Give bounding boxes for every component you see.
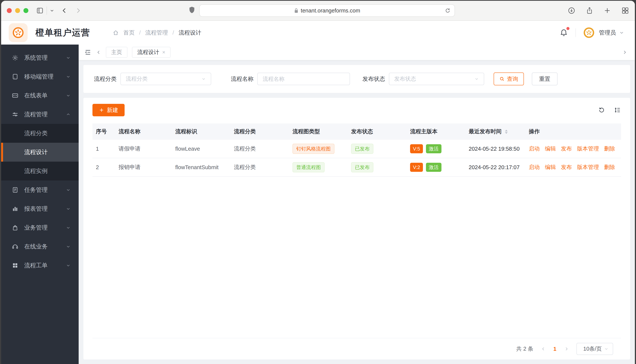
delete-action-link[interactable]: 删除 [604, 145, 615, 152]
category-select[interactable]: 流程分类 [120, 73, 211, 85]
sidebar-item-online-form[interactable]: 在线表单 [1, 86, 79, 105]
url-bar[interactable]: tenant.orangeforms.com [199, 4, 455, 17]
sidebar-item-label: 在线表单 [24, 92, 48, 100]
delete-action-link[interactable]: 删除 [604, 164, 615, 171]
sidebar-item-report[interactable]: 报表管理 [1, 199, 79, 218]
desktop-background: tenant.orangeforms.com 橙单 [0, 0, 636, 364]
breadcrumb-item-home[interactable]: 首页 [123, 29, 135, 37]
tab-scroll-right-icon[interactable] [622, 50, 627, 55]
user-menu-chevron-down-icon[interactable] [619, 30, 624, 35]
row-actions: 启动 编辑 发布 版本管理 删除 [525, 164, 621, 171]
refresh-icon[interactable] [598, 106, 605, 114]
sidebar-item-task[interactable]: 任务管理 [1, 180, 79, 199]
publish-status-tag: 已发布 [351, 144, 373, 154]
user-name[interactable]: 管理员 [599, 29, 616, 37]
tab-label: 主页 [111, 48, 122, 56]
start-action-link[interactable]: 启动 [529, 145, 540, 152]
select-placeholder: 发布状态 [394, 75, 416, 83]
query-button[interactable]: 查询 [494, 72, 524, 85]
minimize-window-button[interactable] [15, 8, 20, 13]
column-header: 操作 [525, 128, 621, 135]
forward-button[interactable] [75, 7, 82, 14]
version-chip: V:2 [410, 163, 423, 172]
sidebar-item-flow-instance[interactable]: 流程实例 [1, 162, 79, 180]
row-actions: 启动 编辑 发布 版本管理 删除 [525, 145, 621, 152]
create-button[interactable]: 新建 [92, 104, 125, 116]
edit-action-link[interactable]: 编辑 [545, 164, 556, 171]
new-tab-icon[interactable] [603, 7, 611, 14]
browser-toolbar: tenant.orangeforms.com [1, 1, 635, 21]
reload-icon[interactable] [445, 8, 451, 14]
close-window-button[interactable] [7, 8, 12, 13]
version-state-chip: 激活 [426, 163, 442, 172]
query-button-label: 查询 [507, 75, 518, 83]
sort-control [505, 130, 508, 134]
sidebar-item-label: 业务管理 [24, 224, 48, 232]
sidebar-item-flow-design[interactable]: 流程设计 [1, 143, 79, 162]
sidebar-item-work-order[interactable]: 流程工单 [1, 256, 79, 275]
sidebar: 系统管理 移动端管理 在线表单 流程管理 流程分类 流程设计 流程 [1, 44, 79, 364]
plus-icon [99, 108, 104, 113]
tab-overview-icon[interactable] [621, 6, 629, 14]
tab-home[interactable]: 主页 [106, 47, 127, 58]
share-icon[interactable] [586, 6, 593, 14]
chevron-down-icon [66, 55, 71, 60]
sidebar-item-mobile[interactable]: 移动端管理 [1, 67, 79, 86]
traffic-lights [7, 8, 28, 13]
sidebar-item-flow-category[interactable]: 流程分类 [1, 124, 79, 143]
sidebar-item-flow-management[interactable]: 流程管理 [1, 105, 79, 124]
reset-button[interactable]: 重置 [532, 72, 558, 85]
publish-action-link[interactable]: 发布 [561, 145, 572, 152]
edit-action-link[interactable]: 编辑 [545, 145, 556, 152]
downloads-icon[interactable] [568, 6, 575, 14]
chevron-down-icon [66, 225, 71, 230]
column-settings-icon[interactable] [614, 106, 621, 114]
version-manage-action-link[interactable]: 版本管理 [577, 164, 599, 171]
sort-caret-up-icon[interactable] [505, 130, 508, 132]
version-manage-action-link[interactable]: 版本管理 [577, 145, 599, 152]
header-right: 管理员 [560, 27, 624, 38]
version-chip: V:5 [410, 144, 423, 154]
pagination: 共 2 条 1 10条/页 [92, 338, 621, 360]
flow-table-panel: 新建 序号 流程名称 流程标识 流程分类 [83, 98, 630, 360]
prev-page-icon[interactable] [541, 346, 546, 351]
bar-chart-icon [12, 206, 19, 212]
privacy-shield-icon[interactable] [189, 6, 195, 15]
start-action-link[interactable]: 启动 [529, 164, 540, 171]
notifications-bell-icon[interactable] [560, 28, 568, 37]
page-size-value: 10条/页 [583, 345, 602, 353]
page-number[interactable]: 1 [553, 346, 556, 352]
zoom-window-button[interactable] [24, 8, 28, 13]
sidebar-item-label: 移动端管理 [24, 73, 54, 80]
sort-caret-down-icon[interactable] [505, 132, 508, 134]
sidebar-toggle-icon[interactable] [36, 6, 44, 14]
back-button[interactable] [61, 7, 68, 14]
create-button-label: 新建 [107, 106, 118, 114]
document-icon [12, 186, 19, 193]
flow-name-input[interactable] [257, 73, 350, 85]
close-tab-icon[interactable]: × [162, 50, 165, 55]
filter-category-label: 流程分类 [94, 75, 117, 83]
next-page-icon[interactable] [564, 346, 569, 351]
collapse-menu-icon[interactable] [84, 49, 92, 56]
column-header: 流程主版本 [407, 128, 465, 135]
sidebar-item-label: 在线业务 [24, 242, 48, 250]
publish-action-link[interactable]: 发布 [561, 164, 572, 171]
chevron-down-icon [66, 244, 71, 249]
select-placeholder: 流程分类 [126, 75, 148, 83]
sidebar-chevron-down-icon[interactable] [50, 8, 55, 13]
sliders-icon [12, 111, 19, 118]
status-select[interactable]: 发布状态 [389, 73, 484, 85]
column-header: 发布状态 [348, 128, 407, 135]
tab-flow-design[interactable]: 流程设计 × [132, 47, 170, 58]
breadcrumb-item-flow[interactable]: 流程管理 [145, 29, 168, 37]
page-size-select[interactable]: 10条/页 [576, 343, 613, 355]
sidebar-item-business[interactable]: 业务管理 [1, 218, 79, 237]
table-row: 1 请假申请 flowLeave 流程分类 钉钉风格流程图 已发布 V:5 激活… [92, 140, 621, 158]
cell-index: 1 [92, 146, 115, 152]
sidebar-item-online-business[interactable]: 在线业务 [1, 237, 79, 256]
tab-scroll-left-icon[interactable] [96, 50, 101, 55]
sidebar-subitem-label: 流程分类 [24, 129, 48, 137]
sidebar-item-system[interactable]: 系统管理 [1, 48, 79, 67]
user-avatar[interactable] [583, 27, 594, 38]
